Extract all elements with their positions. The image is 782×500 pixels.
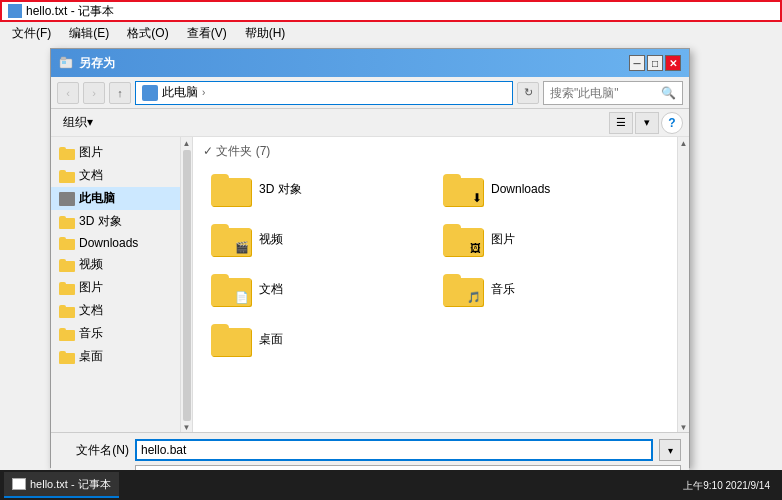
sidebar-item-desktop[interactable]: 桌面: [51, 345, 180, 368]
dialog-icon: [59, 56, 73, 70]
filearea-scroll-down[interactable]: ▼: [680, 423, 688, 432]
sidebar-item-label: 文档: [79, 302, 103, 319]
videos-folder-icon: [59, 258, 75, 272]
taskbar-item-label: hello.txt - 记事本: [30, 477, 111, 492]
documents-overlay-icon: 📄: [235, 291, 249, 304]
organize-button[interactable]: 组织▾: [57, 112, 99, 133]
file-item-downloads[interactable]: ⬇ Downloads: [435, 166, 667, 212]
file-item-documents[interactable]: 📄 文档: [203, 266, 435, 312]
taskbar-notepad-item[interactable]: hello.txt - 记事本: [4, 472, 119, 498]
downloads-folder-icon: [59, 236, 75, 250]
path-chevron: ›: [202, 87, 205, 98]
menu-view[interactable]: 查看(V): [179, 23, 235, 44]
file-label-music: 音乐: [491, 281, 515, 298]
sidebar-item-documents2[interactable]: 文档: [51, 299, 180, 322]
menu-format[interactable]: 格式(O): [119, 23, 176, 44]
sidebar-item-label: 音乐: [79, 325, 103, 342]
filename-input[interactable]: [135, 439, 653, 461]
folder-icon-pictures: 🖼: [443, 222, 483, 256]
minimize-button[interactable]: ─: [629, 55, 645, 71]
file-item-desktop[interactable]: 桌面: [203, 316, 435, 362]
videos-overlay-icon: 🎬: [235, 241, 249, 254]
search-input[interactable]: [550, 86, 657, 100]
sidebar-item-label: 3D 对象: [79, 213, 122, 230]
desktop-folder-icon: [59, 350, 75, 364]
filename-dropdown-button[interactable]: ▾: [659, 439, 681, 461]
file-item-music[interactable]: 🎵 音乐: [435, 266, 667, 312]
file-item-3dobjects[interactable]: 3D 对象: [203, 166, 435, 212]
up-button[interactable]: ↑: [109, 82, 131, 104]
pictures-folder-icon: [59, 146, 75, 160]
menu-edit[interactable]: 编辑(E): [61, 23, 117, 44]
folder-icon-documents: 📄: [211, 272, 251, 306]
sidebar-item-label: 视频: [79, 256, 103, 273]
sidebar-scroll-up[interactable]: ▲: [183, 139, 191, 148]
notepad-titlebar: hello.txt - 记事本: [0, 0, 782, 22]
pc-sidebar-icon: [59, 192, 75, 206]
sidebar-item-label: 图片: [79, 144, 103, 161]
back-button[interactable]: ‹: [57, 82, 79, 104]
svg-rect-1: [62, 61, 66, 64]
folder-icon-downloads: ⬇: [443, 172, 483, 206]
search-box[interactable]: 🔍: [543, 81, 683, 105]
sidebar-item-label: 图片: [79, 279, 103, 296]
taskbar-notepad-icon: [12, 478, 26, 490]
address-path-box[interactable]: 此电脑 ›: [135, 81, 513, 105]
sidebar-item-videos[interactable]: 视频: [51, 253, 180, 276]
address-path-text: 此电脑: [162, 84, 198, 101]
folder-icon-music: 🎵: [443, 272, 483, 306]
sidebar-item-music[interactable]: 音乐: [51, 322, 180, 345]
dialog-titlebar-controls: ─ □ ✕: [629, 55, 681, 71]
svg-rect-2: [61, 57, 66, 60]
pictures2-folder-icon: [59, 281, 75, 295]
notepad-title: hello.txt - 记事本: [26, 3, 114, 20]
dialog-toolbar: 组织▾ ☰ ▾ ?: [51, 109, 689, 137]
sidebar-scroll-thumb[interactable]: [183, 150, 191, 421]
downloads-overlay-icon: ⬇: [472, 191, 482, 205]
view-buttons: ☰ ▾ ?: [609, 112, 683, 134]
pictures-overlay-icon: 🖼: [470, 242, 481, 254]
file-label-3dobjects: 3D 对象: [259, 181, 302, 198]
file-item-pictures[interactable]: 🖼 图片: [435, 216, 667, 262]
refresh-button[interactable]: ↻: [517, 82, 539, 104]
folder-icon-3dobjects: [211, 172, 251, 206]
sidebar-item-label: 文档: [79, 167, 103, 184]
filearea-header: ✓ 文件夹 (7): [193, 137, 677, 162]
filearea-scrollbar[interactable]: ▲ ▼: [677, 137, 689, 432]
address-bar: ‹ › ↑ 此电脑 › ↻ 🔍: [51, 77, 689, 109]
music-folder-icon: [59, 327, 75, 341]
sidebar-item-label: 此电脑: [79, 190, 115, 207]
file-label-downloads: Downloads: [491, 182, 550, 196]
menu-help[interactable]: 帮助(H): [237, 23, 294, 44]
maximize-button[interactable]: □: [647, 55, 663, 71]
notepad-menu: 文件(F) 编辑(E) 格式(O) 查看(V) 帮助(H): [0, 22, 782, 44]
file-label-desktop: 桌面: [259, 331, 283, 348]
sidebar-item-documents[interactable]: 文档: [51, 164, 180, 187]
filename-row: 文件名(N) ▾: [59, 439, 681, 461]
sidebar-item-label: Downloads: [79, 236, 138, 250]
music-overlay-icon: 🎵: [467, 291, 481, 304]
documents2-folder-icon: [59, 304, 75, 318]
file-label-videos: 视频: [259, 231, 283, 248]
view-dropdown-button[interactable]: ▾: [635, 112, 659, 134]
sidebar-scrollbar[interactable]: ▲ ▼: [181, 137, 193, 432]
sidebar-item-downloads[interactable]: Downloads: [51, 233, 180, 253]
menu-file[interactable]: 文件(F): [4, 23, 59, 44]
sidebar-item-pictures[interactable]: 图片: [51, 141, 180, 164]
filearea-scroll-up[interactable]: ▲: [680, 139, 688, 148]
search-icon: 🔍: [661, 86, 676, 100]
forward-button[interactable]: ›: [83, 82, 105, 104]
dialog-filearea: ✓ 文件夹 (7) 3D 对象 ⬇ Downloads: [193, 137, 677, 432]
sidebar-item-3dobjects[interactable]: 3D 对象: [51, 210, 180, 233]
files-grid: 3D 对象 ⬇ Downloads 🎬 视频: [193, 162, 677, 366]
sidebar-item-thispc[interactable]: 此电脑: [51, 187, 180, 210]
taskbar: hello.txt - 记事本 上午9:10 2021/9/14: [0, 470, 782, 500]
view-toggle-button[interactable]: ☰: [609, 112, 633, 134]
3dobjects-folder-icon: [59, 215, 75, 229]
file-label-pictures: 图片: [491, 231, 515, 248]
sidebar-item-pictures2[interactable]: 图片: [51, 276, 180, 299]
sidebar-scroll-down[interactable]: ▼: [183, 423, 191, 432]
help-button[interactable]: ?: [661, 112, 683, 134]
file-item-videos[interactable]: 🎬 视频: [203, 216, 435, 262]
close-button[interactable]: ✕: [665, 55, 681, 71]
